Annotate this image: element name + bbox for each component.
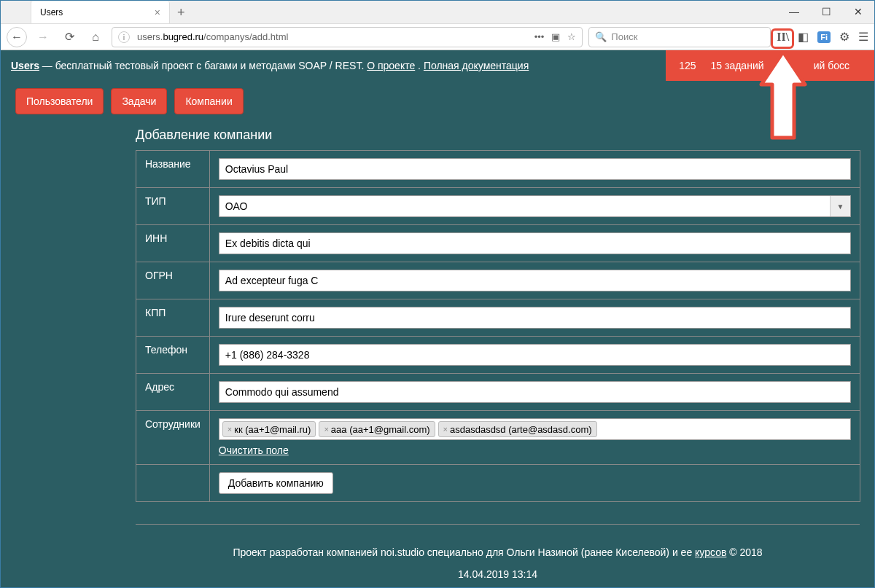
browser-tab-bar: Users × + — ☐ ✕	[1, 1, 874, 24]
name-label: Название	[136, 151, 210, 188]
remove-icon[interactable]: ×	[228, 425, 232, 434]
employee-tag[interactable]: ×asdasdasdsd (arte@asdasd.com)	[438, 421, 597, 437]
sidebar-icon[interactable]: ◧	[798, 30, 809, 44]
about-link[interactable]: О проекте	[367, 60, 415, 71]
search-input[interactable]: 🔍 Поиск	[588, 27, 771, 47]
user-icon: 🐱	[779, 60, 791, 71]
star-icon[interactable]: ☆	[567, 31, 576, 42]
remove-icon[interactable]: ×	[324, 425, 328, 434]
back-button[interactable]: ←	[7, 27, 27, 47]
brand-link[interactable]: Users	[11, 60, 39, 71]
address-label: Адрес	[136, 374, 210, 411]
minimize-icon[interactable]: —	[778, 0, 810, 23]
address-input[interactable]	[219, 381, 851, 403]
url-text: users.bugred.ru/companys/add.html	[137, 31, 530, 42]
url-bar[interactable]: i users.bugred.ru/companys/add.html ••• …	[112, 27, 583, 47]
docs-link[interactable]: Полная документация	[424, 60, 529, 71]
nav-users-button[interactable]: Пользователи	[15, 88, 104, 114]
company-form: Название ТИП ОАО ▼ ИНН ОГРН	[136, 150, 860, 502]
employee-tag[interactable]: ×кк (aa+1@mail.ru)	[222, 421, 316, 437]
close-icon[interactable]: ×	[155, 7, 160, 18]
ogrn-label: ОГРН	[136, 262, 210, 299]
ogrn-input[interactable]	[219, 270, 851, 291]
maximize-icon[interactable]: ☐	[810, 0, 842, 23]
page-title: Добавление компании	[136, 123, 860, 150]
tab-title: Users	[40, 7, 63, 17]
reload-button[interactable]: ⟳	[59, 27, 79, 47]
addon-icon[interactable]: ⚙	[839, 30, 849, 44]
more-icon[interactable]: •••	[534, 31, 545, 42]
search-icon: 🔍	[595, 31, 607, 42]
inn-input[interactable]	[219, 232, 851, 254]
kpp-input[interactable]	[219, 307, 851, 329]
app-body: Пользователи Задачи Компании Добавление …	[1, 81, 874, 588]
app-header: Users — бесплатный тестовый проект с баг…	[1, 50, 874, 81]
courses-link[interactable]: курсов	[695, 546, 726, 558]
nav-buttons: Пользователи Задачи Компании	[1, 88, 874, 123]
chevron-down-icon: ▼	[830, 196, 850, 216]
status-bar: 125 15 заданий 🐱 ий босс	[666, 50, 874, 81]
footer-text: Проект разработан компанией noi.studio с…	[136, 525, 860, 565]
phone-label: Телефон	[136, 337, 210, 374]
home-button[interactable]: ⌂	[85, 27, 106, 47]
nav-companies-button[interactable]: Компании	[174, 88, 243, 114]
site-info-icon[interactable]: i	[118, 31, 130, 43]
type-select[interactable]: ОАО ▼	[219, 195, 851, 217]
menu-icon[interactable]: ☰	[858, 30, 868, 44]
close-window-icon[interactable]: ✕	[842, 0, 874, 23]
inn-label: ИНН	[136, 225, 210, 262]
new-tab-button[interactable]: +	[170, 1, 192, 23]
reader-icon[interactable]: ▣	[551, 31, 560, 42]
tasks-count: 15 заданий	[711, 60, 764, 71]
kpp-label: КПП	[136, 299, 210, 337]
user-label[interactable]: 🐱 ий босс	[779, 60, 849, 71]
employees-label: Сотрудники	[136, 411, 210, 465]
extension-icon[interactable]: Fi	[817, 31, 831, 43]
type-label: ТИП	[136, 188, 210, 225]
points-count: 125	[679, 60, 696, 71]
submit-button[interactable]: Добавить компанию	[219, 472, 333, 494]
remove-icon[interactable]: ×	[443, 425, 448, 434]
footer-date: 14.04.2019 13:14	[136, 565, 860, 588]
nav-tasks-button[interactable]: Задачи	[111, 88, 167, 114]
browser-tab[interactable]: Users ×	[31, 1, 170, 23]
address-bar: ← → ⟳ ⌂ i users.bugred.ru/companys/add.h…	[1, 24, 874, 50]
clear-employees-link[interactable]: Очистить поле	[219, 444, 289, 456]
name-input[interactable]	[219, 158, 851, 180]
forward-button[interactable]: →	[33, 27, 53, 47]
phone-input[interactable]	[219, 344, 851, 366]
employee-tag[interactable]: ×aaa (aa+1@gmail.com)	[319, 421, 435, 437]
library-icon[interactable]: II\	[777, 31, 789, 44]
employees-input[interactable]: ×кк (aa+1@mail.ru) ×aaa (aa+1@gmail.com)…	[219, 418, 851, 440]
